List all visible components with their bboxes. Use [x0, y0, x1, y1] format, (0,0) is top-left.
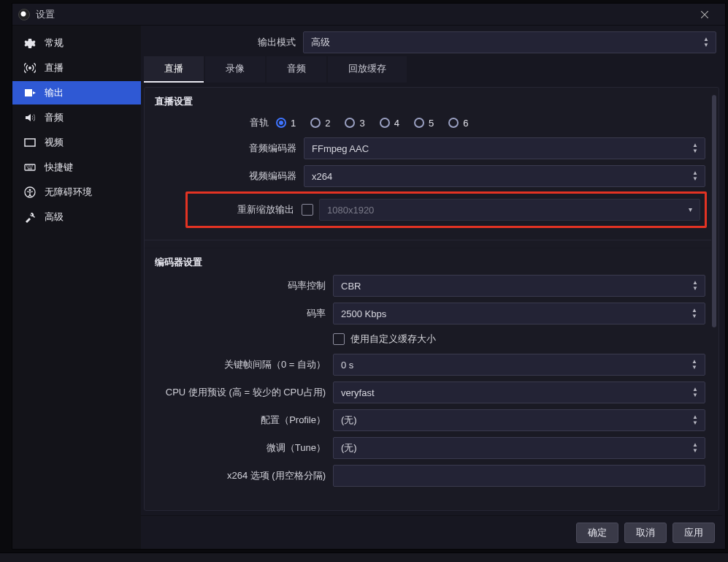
spinner-icon: ▲▼ — [691, 359, 697, 371]
button-label: 取消 — [636, 526, 655, 539]
cpu-preset-label: CPU 使用预设 (高 = 较少的 CPU占用) — [145, 386, 333, 399]
cancel-button[interactable]: 取消 — [624, 523, 667, 543]
app-bottom-bar — [0, 552, 728, 562]
radio-label: 5 — [429, 118, 434, 129]
select-arrows-icon: ▲▼ — [690, 438, 700, 458]
bitrate-input[interactable]: 2500 Kbps ▲▼ — [333, 303, 705, 324]
radio-label: 2 — [325, 118, 330, 129]
bitrate-value: 2500 Kbps — [341, 308, 386, 319]
button-label: 应用 — [684, 526, 703, 539]
sidebar-item-label: 音频 — [45, 111, 64, 124]
rescale-checkbox[interactable] — [302, 204, 313, 216]
select-arrows-icon: ▲▼ — [690, 166, 700, 186]
tune-select[interactable]: (无) ▲▼ — [333, 437, 705, 459]
apply-button[interactable]: 应用 — [673, 523, 715, 543]
stream-panel: 直播设置 音轨 1 2 3 4 5 6 音频编码器 FFmpeg A — [144, 87, 719, 511]
sidebar-item-label: 常规 — [45, 37, 64, 50]
tab-stream[interactable]: 直播 — [144, 56, 204, 83]
tab-label: 回放缓存 — [348, 62, 386, 75]
tab-label: 音频 — [287, 62, 306, 75]
keyboard-icon — [24, 162, 36, 173]
tools-icon — [24, 211, 36, 223]
profile-value: (无) — [341, 414, 357, 427]
audio-track-3[interactable]: 3 — [345, 118, 364, 129]
audio-track-5[interactable]: 5 — [414, 118, 434, 129]
close-icon — [701, 11, 708, 18]
sidebar-item-label: 直播 — [45, 61, 64, 75]
encoder-section: 编码器设置 码率控制 CBR ▲▼ 码率 2500 Kbps ▲▼ — [145, 248, 711, 490]
keyframe-input[interactable]: 0 s ▲▼ — [333, 354, 705, 376]
sidebar-item-audio[interactable]: 音频 — [12, 106, 141, 129]
window-title: 设置 — [36, 8, 55, 21]
x264opts-input[interactable] — [333, 465, 705, 487]
sidebar-item-general[interactable]: 常规 — [12, 31, 141, 55]
audio-encoder-value: FFmpeg AAC — [312, 143, 369, 154]
audio-track-4[interactable]: 4 — [380, 118, 399, 129]
chevron-down-icon: ▾ — [685, 200, 695, 220]
select-arrows-icon: ▲▼ — [690, 138, 700, 159]
sidebar-item-label: 输出 — [45, 86, 64, 99]
audio-encoder-select[interactable]: FFmpeg AAC ▲▼ — [304, 137, 705, 159]
audio-icon — [24, 112, 36, 124]
tab-recording[interactable]: 录像 — [205, 56, 265, 83]
radio-icon — [345, 118, 355, 128]
output-mode-value: 高级 — [311, 36, 330, 49]
radio-icon — [310, 118, 321, 128]
tab-replaybuffer[interactable]: 回放缓存 — [328, 56, 407, 83]
sidebar-item-video[interactable]: 视频 — [12, 131, 141, 154]
video-encoder-label: 视频编码器 — [145, 170, 304, 183]
sidebar-item-accessibility[interactable]: 无障碍环境 — [12, 181, 141, 204]
x264opts-label: x264 选项 (用空格分隔) — [145, 469, 333, 482]
video-icon — [24, 137, 36, 148]
rescale-select[interactable]: 1080x1920 ▾ — [319, 199, 700, 221]
stream-section-title: 直播设置 — [145, 88, 711, 111]
output-mode-label: 输出模式 — [144, 36, 303, 49]
cpu-preset-value: veryfast — [341, 387, 375, 398]
rescale-label: 重新缩放输出 — [188, 203, 302, 216]
tab-audio[interactable]: 音频 — [267, 56, 326, 83]
keyframe-value: 0 s — [341, 360, 353, 371]
sidebar-item-hotkeys[interactable]: 快捷键 — [12, 156, 141, 179]
sidebar-item-label: 高级 — [45, 210, 64, 224]
select-arrows-icon: ▲▼ — [690, 276, 700, 296]
audio-track-6[interactable]: 6 — [448, 118, 468, 129]
obs-logo-icon — [18, 9, 30, 20]
svg-point-2 — [29, 189, 31, 191]
ok-button[interactable]: 确定 — [576, 523, 618, 543]
tab-label: 直播 — [164, 62, 183, 75]
close-button[interactable] — [690, 4, 719, 25]
sidebar-item-stream[interactable]: 直播 — [12, 56, 141, 80]
audio-track-1[interactable]: 1 — [276, 118, 296, 129]
profile-select[interactable]: (无) ▲▼ — [333, 409, 705, 431]
rescale-highlight: 重新缩放输出 1080x1920 ▾ — [185, 191, 707, 228]
radio-icon — [414, 118, 424, 128]
scrollbar[interactable] — [712, 95, 716, 327]
sidebar-item-label: 无障碍环境 — [45, 186, 92, 199]
output-tabs: 直播 录像 音频 回放缓存 — [141, 56, 722, 83]
radio-label: 6 — [463, 118, 468, 129]
video-encoder-value: x264 — [312, 171, 332, 182]
encoder-section-title: 编码器设置 — [145, 248, 711, 272]
radio-icon — [448, 118, 459, 128]
sidebar-item-label: 视频 — [45, 136, 64, 149]
radio-label: 4 — [394, 118, 399, 129]
cpu-preset-select[interactable]: veryfast ▲▼ — [333, 381, 705, 403]
rate-control-select[interactable]: CBR ▲▼ — [333, 275, 705, 297]
rate-control-value: CBR — [341, 281, 361, 292]
select-arrows-icon: ▲▼ — [690, 382, 700, 403]
sidebar-item-output[interactable]: 输出 — [12, 81, 141, 105]
spinner-icon: ▲▼ — [691, 308, 697, 319]
footer: 确定 取消 应用 — [141, 515, 722, 549]
accessibility-icon — [24, 186, 36, 198]
sidebar-item-advanced[interactable]: 高级 — [12, 205, 141, 229]
custom-buffer-checkbox[interactable] — [333, 333, 345, 345]
audio-track-2[interactable]: 2 — [310, 118, 330, 129]
tune-label: 微调（Tune） — [145, 441, 333, 455]
radio-label: 3 — [359, 118, 364, 129]
video-encoder-select[interactable]: x264 ▲▼ — [304, 165, 705, 187]
tune-value: (无) — [341, 441, 357, 455]
custom-buffer-label: 使用自定义缓存大小 — [350, 333, 436, 346]
bitrate-label: 码率 — [145, 307, 333, 320]
output-mode-select[interactable]: 高级 ▲▼ — [303, 31, 716, 53]
tab-label: 录像 — [226, 62, 245, 75]
